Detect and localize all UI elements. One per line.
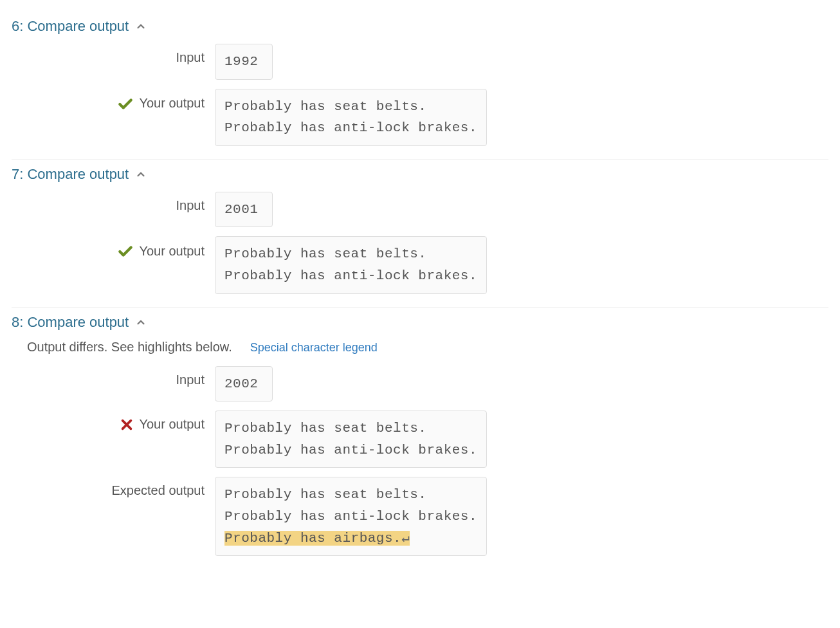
output-differs-text: Output differs. See highlights below. bbox=[27, 340, 232, 355]
check-icon bbox=[117, 95, 134, 112]
section-title: 6: Compare output bbox=[12, 18, 129, 35]
chevron-up-icon bbox=[135, 21, 147, 32]
section-header[interactable]: 7: Compare output bbox=[12, 166, 828, 183]
return-icon: ↵ bbox=[401, 531, 410, 546]
expected-line: Probably has seat belts. bbox=[224, 487, 426, 502]
your-output-box: Probably has seat belts. Probably has an… bbox=[215, 89, 487, 146]
input-label: Input bbox=[176, 198, 205, 213]
check-icon bbox=[117, 243, 134, 259]
x-icon bbox=[120, 418, 134, 432]
chevron-up-icon bbox=[135, 317, 147, 328]
your-output-box: Probably has seat belts. Probably has an… bbox=[215, 411, 487, 468]
input-box: 1992 bbox=[215, 44, 273, 80]
your-output-box: Probably has seat belts. Probably has an… bbox=[215, 236, 487, 293]
input-label: Input bbox=[176, 373, 205, 387]
your-output-label: Your output bbox=[139, 417, 205, 432]
input-box: 2002 bbox=[215, 366, 273, 402]
chevron-up-icon bbox=[135, 169, 147, 180]
input-label: Input bbox=[176, 50, 205, 65]
input-box: 2001 bbox=[215, 192, 273, 228]
special-char-legend-link[interactable]: Special character legend bbox=[250, 341, 378, 355]
expected-line: Probably has anti-lock brakes. bbox=[224, 509, 477, 524]
section-header[interactable]: 6: Compare output bbox=[12, 18, 828, 35]
expected-output-label: Expected output bbox=[111, 483, 205, 498]
your-output-label: Your output bbox=[139, 244, 205, 259]
expected-output-box: Probably has seat belts. Probably has an… bbox=[215, 477, 487, 556]
section-title: 7: Compare output bbox=[12, 166, 129, 183]
your-output-label: Your output bbox=[139, 96, 205, 111]
expected-line: Probably has airbags. bbox=[224, 531, 401, 546]
section-title: 8: Compare output bbox=[12, 314, 129, 331]
section-header[interactable]: 8: Compare output bbox=[12, 314, 828, 331]
